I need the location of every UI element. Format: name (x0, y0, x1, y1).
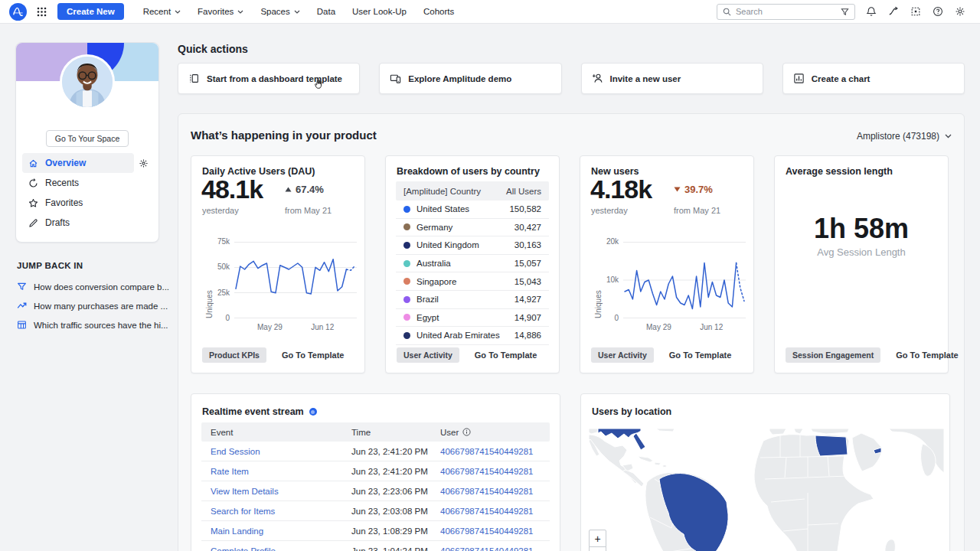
quick-actions-row: Start from a dashboard template Explore … (178, 63, 965, 94)
event-link[interactable]: View Item Details (211, 487, 351, 496)
event-col-header: Event (211, 428, 351, 437)
nav-recent[interactable]: Recent (143, 7, 181, 16)
dau-value: 48.1k (201, 174, 263, 204)
time-col-header: Time (351, 428, 440, 437)
new-users-go-to-template[interactable]: Go To Template (669, 350, 732, 360)
country-dot (403, 223, 410, 230)
product-panel: What’s happening in your product Amplist… (178, 113, 965, 551)
sidebar-item-drafts[interactable]: Drafts (22, 213, 152, 233)
filter-funnel-icon[interactable] (841, 8, 849, 16)
user-link[interactable]: 4066798741540449281 (440, 546, 550, 551)
new-users-tag[interactable]: User Activity (591, 347, 654, 363)
triangle-down-icon (674, 187, 681, 192)
sidebar-item-overview[interactable]: Overview (22, 153, 134, 173)
apps-grid-icon[interactable] (37, 7, 47, 17)
user-col-header: User (440, 428, 459, 437)
map-us-west (589, 429, 598, 434)
qa-dashboard-template[interactable]: Start from a dashboard template (178, 63, 360, 94)
user-link[interactable]: 4066798741540449281 (440, 447, 550, 456)
world-map[interactable] (589, 429, 944, 551)
country-row[interactable]: Brazil 14,927 (396, 291, 549, 309)
country-row[interactable]: United Kingdom 30,163 (396, 236, 549, 255)
country-row[interactable]: Singapore 15,043 (396, 272, 549, 291)
event-link[interactable]: End Session (211, 447, 351, 456)
new-users-period: yesterday (591, 206, 628, 215)
jump-item-trend[interactable]: How many purchases are made ... (17, 301, 158, 311)
table-icon (17, 320, 27, 330)
notifications-bell-icon[interactable] (860, 2, 882, 21)
new-users-change-from: from May 21 (674, 206, 720, 215)
user-link[interactable]: 4066798741540449281 (440, 507, 550, 516)
qa-invite-user[interactable]: Invite a new user (581, 63, 763, 94)
nav-spaces[interactable]: Spaces (260, 7, 299, 16)
qa-explore-demo[interactable]: Explore Amplitude demo (379, 63, 561, 94)
country-row[interactable]: Egypt 14,907 (396, 309, 549, 328)
country-card-title: Breakdown of users by country (397, 166, 540, 177)
user-link[interactable]: 4066798741540449281 (440, 527, 550, 536)
session-go-to-template[interactable]: Go To Template (896, 350, 959, 360)
jump-item-funnel[interactable]: How does conversion compare b... (17, 282, 158, 292)
dau-period: yesterday (202, 206, 239, 215)
nav-user-lookup[interactable]: User Look-Up (352, 7, 407, 16)
map-central-america (622, 470, 644, 487)
overview-settings-gear-icon[interactable] (134, 158, 152, 168)
new-users-card: New users 4.18k 39.7% yesterday from May… (580, 155, 754, 373)
sidebar-item-recents[interactable]: Recents (22, 173, 152, 193)
avatar (60, 54, 115, 109)
amplitude-logo-icon[interactable] (9, 3, 27, 21)
jump-back-in-title: JUMP BACK IN (17, 261, 158, 270)
settings-gear-icon[interactable] (949, 2, 971, 21)
map-madagascar (885, 540, 895, 551)
mouse-cursor (312, 77, 325, 91)
map-iberia (769, 429, 786, 435)
event-link[interactable]: Rate Item (211, 467, 351, 476)
country-row[interactable]: United States 150,582 (396, 201, 549, 219)
project-selector[interactable]: Amplistore (473198) (857, 131, 952, 142)
dau-go-to-template[interactable]: Go To Template (282, 350, 345, 360)
help-icon[interactable] (926, 2, 949, 21)
map-card: Users by location (580, 393, 950, 551)
go-to-your-space-button[interactable]: Go To Your Space (46, 130, 129, 147)
country-tag[interactable]: User Activity (397, 347, 459, 363)
star-icon (28, 198, 38, 208)
country-go-to-template[interactable]: Go To Template (475, 350, 537, 360)
line-chart-icon (17, 301, 27, 311)
jump-item-table[interactable]: Which traffic sources have the hi... (17, 320, 158, 330)
chevron-down-icon (945, 134, 952, 139)
session-card-title: Average session length (786, 166, 893, 177)
event-row: View Item Details Jun 23, 2:23:06 PM 406… (201, 481, 550, 501)
info-icon (462, 428, 471, 436)
session-card: Average session length 1h 58m Avg Sessio… (774, 155, 949, 373)
user-link[interactable]: 4066798741540449281 (440, 487, 550, 496)
country-row[interactable]: Australia 15,057 (396, 255, 549, 273)
session-value: 1h 58m (775, 213, 948, 245)
search-box[interactable] (717, 4, 855, 20)
dau-tag[interactable]: Product KPIs (202, 347, 266, 363)
event-link[interactable]: Main Landing (211, 527, 351, 536)
map-zoom-in-button[interactable]: + (589, 530, 606, 547)
dau-change-from: from May 21 (285, 206, 332, 215)
nav-cohorts[interactable]: Cohorts (423, 7, 454, 16)
map-zoom-out-button[interactable]: − (589, 546, 606, 551)
journeys-route-icon[interactable] (882, 2, 904, 21)
user-link[interactable]: 4066798741540449281 (440, 467, 550, 476)
nav-favorites[interactable]: Favorites (198, 7, 243, 16)
topbar: Create New Recent Favorites Spaces Data … (0, 0, 980, 24)
map-turkey (811, 429, 849, 434)
session-tag[interactable]: Session Engagement (786, 347, 880, 363)
nav-data[interactable]: Data (317, 7, 335, 16)
create-new-button[interactable]: Create New (57, 3, 124, 20)
event-link[interactable]: Search for Items (211, 507, 351, 516)
event-link[interactable]: Complete Profile (211, 546, 351, 551)
sidebar: Go To Your Space Overview Recents Favori… (15, 42, 159, 339)
pencil-icon (28, 218, 38, 228)
sidebar-item-favorites[interactable]: Favorites (22, 193, 152, 213)
new-users-value: 4.18k (590, 174, 652, 204)
country-dot (403, 260, 410, 267)
search-input[interactable] (736, 7, 836, 16)
session-label: Avg Session Length (775, 246, 948, 258)
country-row[interactable]: United Arab Emirates 14,886 (396, 327, 549, 345)
country-row[interactable]: Germany 30,427 (396, 219, 549, 237)
qa-create-chart[interactable]: Create a chart (782, 63, 965, 94)
select-frame-icon[interactable] (904, 2, 926, 21)
